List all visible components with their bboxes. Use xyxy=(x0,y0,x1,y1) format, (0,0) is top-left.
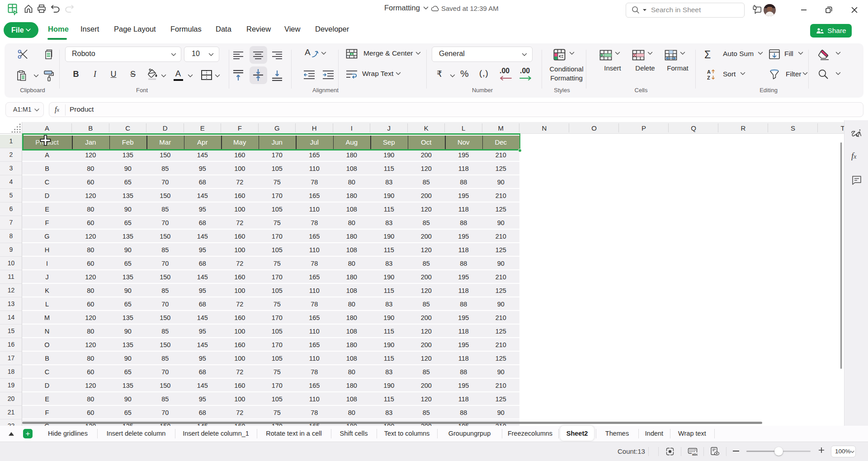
svg-text:Z: Z xyxy=(707,75,710,80)
svg-text:abc: abc xyxy=(692,452,698,456)
svg-text:A: A xyxy=(707,69,711,75)
